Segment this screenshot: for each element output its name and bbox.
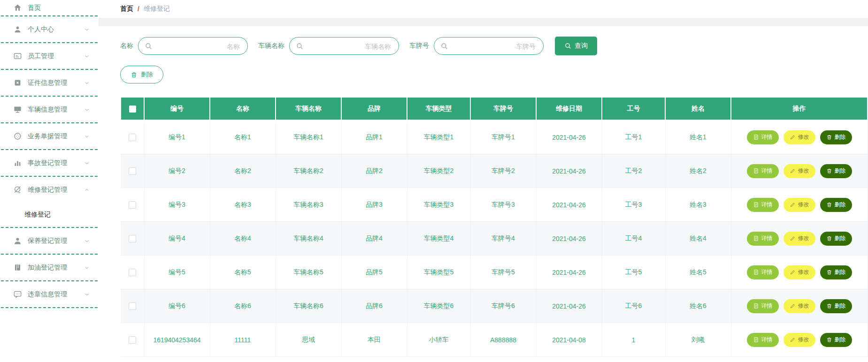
row-checkbox[interactable] bbox=[129, 201, 136, 209]
select-all-checkbox[interactable] bbox=[129, 106, 136, 113]
table-cell: 编号5 bbox=[144, 256, 210, 289]
query-button[interactable]: 查询 bbox=[555, 37, 597, 55]
search-icon bbox=[296, 42, 304, 50]
row-detail-button[interactable]: 详情 bbox=[747, 130, 779, 144]
row-delete-button[interactable]: 删除 bbox=[820, 299, 852, 313]
table-cell: 2021-04-26 bbox=[536, 222, 602, 256]
row-delete-button[interactable]: 删除 bbox=[820, 164, 852, 178]
row-detail-label: 详情 bbox=[761, 234, 773, 242]
batch-delete-button[interactable]: 删除 bbox=[120, 66, 163, 83]
content-card: 名称车辆名称车牌号查询 删除 编号名称车辆名称品牌车辆类型车牌号维修日期工号姓名… bbox=[99, 26, 868, 362]
row-detail-label: 详情 bbox=[761, 268, 773, 276]
row-delete-button[interactable]: 删除 bbox=[820, 265, 852, 279]
table-cell: 名称4 bbox=[210, 222, 276, 256]
row-delete-button[interactable]: 删除 bbox=[820, 333, 852, 347]
search-label-vehicle-name: 车辆名称 bbox=[258, 42, 284, 50]
breadcrumb-current: 维修登记 bbox=[144, 5, 170, 13]
table-cell: 工号4 bbox=[602, 222, 665, 256]
column-header: 车牌号 bbox=[470, 97, 536, 120]
sidebar-item-label: 违章信息管理 bbox=[28, 290, 84, 299]
row-detail-button[interactable]: 详情 bbox=[747, 333, 779, 347]
row-detail-button[interactable]: 详情 bbox=[747, 299, 779, 313]
row-delete-label: 删除 bbox=[835, 201, 846, 209]
pen-icon bbox=[790, 134, 796, 140]
table-cell: 车辆名称3 bbox=[276, 188, 341, 222]
row-delete-button[interactable]: 删除 bbox=[820, 198, 852, 212]
pen-icon bbox=[790, 235, 796, 241]
sidebar-item-repairs[interactable]: 维修登记管理 bbox=[0, 177, 99, 203]
search-label-name: 名称 bbox=[120, 42, 133, 50]
row-detail-button[interactable]: 详情 bbox=[747, 198, 779, 212]
monitor-icon bbox=[13, 105, 22, 114]
row-edit-button[interactable]: 修改 bbox=[784, 130, 815, 144]
table-cell: 车牌号3 bbox=[470, 188, 536, 222]
sidebar-item-label: 保养登记管理 bbox=[28, 237, 84, 245]
trash-icon bbox=[826, 168, 832, 174]
row-checkbox[interactable] bbox=[129, 134, 136, 141]
table-cell: 工号6 bbox=[602, 289, 665, 323]
row-checkbox[interactable] bbox=[129, 235, 136, 242]
name-input[interactable] bbox=[154, 38, 241, 55]
toolbar: 删除 bbox=[120, 66, 868, 83]
table-cell: 编号1 bbox=[144, 120, 210, 154]
pen-icon bbox=[790, 269, 796, 275]
sidebar-item-label: 员工管理 bbox=[28, 52, 84, 60]
sidebar-subitem-repair-register[interactable]: 维修登记 bbox=[0, 203, 99, 227]
row-detail-button[interactable]: 详情 bbox=[747, 164, 779, 178]
sidebar-item-home[interactable]: 首页 bbox=[0, 0, 99, 15]
row-checkbox[interactable] bbox=[129, 336, 136, 344]
sidebar-item-profile[interactable]: 个人中心 bbox=[0, 16, 99, 42]
row-edit-button[interactable]: 修改 bbox=[784, 198, 815, 212]
sidebar-item-accidents[interactable]: 事故登记管理 bbox=[0, 150, 99, 176]
table-cell: 名称1 bbox=[210, 120, 276, 154]
sidebar-item-refuel[interactable]: 加油登记管理 bbox=[0, 255, 99, 280]
document-icon bbox=[753, 303, 759, 309]
table-cell: 编号6 bbox=[144, 289, 210, 323]
column-header: 名称 bbox=[210, 97, 276, 120]
table-cell: 姓名4 bbox=[665, 222, 731, 256]
plate-number-input[interactable] bbox=[450, 38, 537, 55]
row-detail-label: 详情 bbox=[761, 302, 773, 310]
sidebar-item-violations[interactable]: 违章信息管理 bbox=[0, 281, 99, 307]
table-cell: 车辆类型5 bbox=[407, 256, 470, 289]
table-cell: 品牌3 bbox=[341, 188, 407, 222]
breadcrumb-home-link[interactable]: 首页 bbox=[120, 5, 133, 13]
table-cell: 车辆类型3 bbox=[407, 188, 470, 222]
table-cell: 车牌号4 bbox=[470, 222, 536, 256]
sidebar-item-certificates[interactable]: 证件信息管理 bbox=[0, 70, 99, 96]
sidebar-item-vehicles[interactable]: 车辆信息管理 bbox=[0, 97, 99, 122]
row-delete-button[interactable]: 删除 bbox=[820, 130, 852, 144]
chevron-down-icon bbox=[84, 53, 90, 60]
table-cell: 车辆类型6 bbox=[407, 289, 470, 323]
row-checkbox[interactable] bbox=[129, 167, 136, 175]
table-cell: 本田 bbox=[341, 323, 407, 357]
table-cell: 姓名2 bbox=[665, 154, 731, 188]
table-cell: 编号3 bbox=[144, 188, 210, 222]
chevron-up-icon bbox=[84, 187, 90, 193]
row-edit-button[interactable]: 修改 bbox=[784, 232, 815, 246]
sidebar-item-maintenance[interactable]: 保养登记管理 bbox=[0, 228, 99, 254]
row-edit-button[interactable]: 修改 bbox=[784, 265, 815, 279]
sidebar-item-staff[interactable]: 员工管理 bbox=[0, 43, 99, 69]
chevron-down-icon bbox=[84, 80, 90, 86]
table-cell: 车牌号5 bbox=[470, 256, 536, 289]
trash-icon bbox=[826, 303, 832, 309]
sidebar-item-label: 业务单据管理 bbox=[28, 132, 84, 141]
row-edit-button[interactable]: 修改 bbox=[784, 164, 815, 178]
table-cell: 工号2 bbox=[602, 154, 665, 188]
row-delete-button[interactable]: 删除 bbox=[820, 232, 852, 246]
row-edit-button[interactable]: 修改 bbox=[784, 299, 815, 313]
column-header: 操作 bbox=[731, 97, 868, 120]
table-cell: 1619404253464 bbox=[144, 323, 210, 357]
table-cell: 2021-04-26 bbox=[536, 188, 602, 222]
table-cell: 品牌5 bbox=[341, 256, 407, 289]
row-detail-button[interactable]: 详情 bbox=[747, 265, 779, 279]
bell-off-icon bbox=[13, 185, 22, 194]
table-cell: 车辆类型4 bbox=[407, 222, 470, 256]
vehicle-name-input[interactable] bbox=[306, 38, 392, 55]
row-checkbox[interactable] bbox=[129, 302, 136, 310]
sidebar-item-business-orders[interactable]: 业务单据管理 bbox=[0, 123, 99, 149]
row-detail-button[interactable]: 详情 bbox=[747, 232, 779, 246]
row-edit-button[interactable]: 修改 bbox=[784, 333, 815, 347]
row-checkbox[interactable] bbox=[129, 269, 136, 276]
